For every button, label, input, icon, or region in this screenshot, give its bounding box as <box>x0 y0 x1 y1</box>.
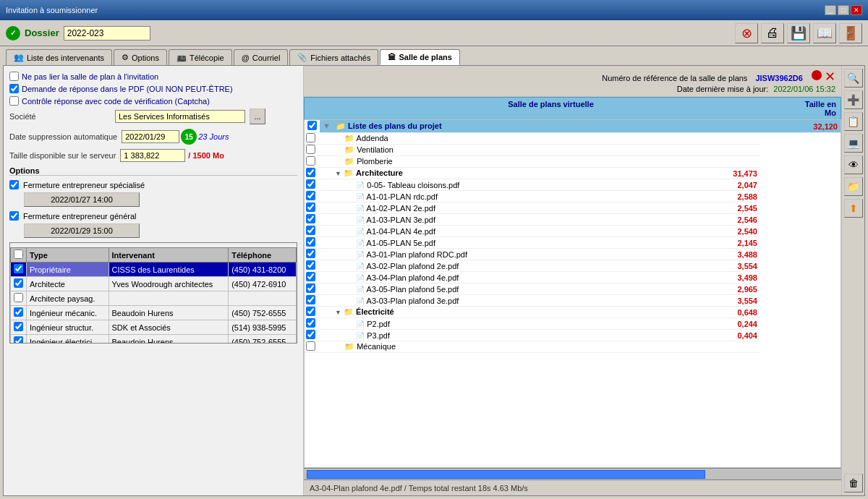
date-supp-input[interactable] <box>122 130 179 143</box>
close-red-icon[interactable]: ✕ <box>825 69 835 84</box>
société-input[interactable] <box>115 110 245 123</box>
fermeture-spec-check[interactable] <box>9 180 19 189</box>
row-check-0[interactable] <box>14 264 23 273</box>
check-all[interactable] <box>14 250 23 259</box>
plan-item-check-8[interactable] <box>306 214 315 223</box>
plan-item-check-14[interactable] <box>306 283 315 293</box>
upload-sidebar-btn[interactable]: ⬆ <box>844 199 863 218</box>
plan-list-item: 📁 Addenda <box>305 133 841 145</box>
taille-input[interactable] <box>120 149 185 162</box>
fermeture-spec-date-btn[interactable]: 2022/01/27 14:00 <box>24 192 140 207</box>
row-type-1: Architecte <box>27 277 109 291</box>
book-toolbar-btn[interactable]: 📖 <box>813 23 836 43</box>
plan-list-area: ▼ 📁 Liste des plans du projet 32,120 📁 A… <box>304 119 841 468</box>
plan-item-size-7: 2,545 <box>717 202 760 214</box>
dossier-input[interactable] <box>64 26 150 40</box>
table-row[interactable]: Architecte Yves Woodrough architectes (4… <box>11 277 297 291</box>
cancel-toolbar-btn[interactable]: ⊗ <box>735 23 758 43</box>
table-row[interactable]: Ingénieur électrici. Beaudoin Hurens (45… <box>11 335 297 344</box>
minimize-button[interactable]: _ <box>825 5 836 15</box>
tabs-bar: 👥 Liste des intervenants ⚙ Options 📠 Tél… <box>0 46 868 65</box>
plan-item-check-1[interactable] <box>306 133 315 142</box>
table-row[interactable]: Ingénieur mécanic. Beaudoin Hurens (450)… <box>11 306 297 320</box>
plan-size-title: Taille en Mo <box>793 100 836 117</box>
checkbox-captcha[interactable] <box>9 96 19 106</box>
tab-fichiers-label: Fichiers attachés <box>310 54 370 62</box>
add-sidebar-btn[interactable]: ➕ <box>844 90 863 109</box>
tab-telecopie[interactable]: 📠 Télécopie <box>169 49 232 65</box>
delete-sidebar-btn[interactable]: 🗑 <box>844 474 863 492</box>
copy-sidebar-btn[interactable]: 📋 <box>844 112 863 131</box>
exit-toolbar-btn[interactable]: 🚪 <box>839 23 862 43</box>
plan-list-item: 📄 P3.pdf 0,404 <box>305 330 841 341</box>
plan-item-check-17[interactable] <box>306 318 315 328</box>
plan-item-size-3 <box>717 156 760 168</box>
plan-item-check-9[interactable] <box>306 226 315 235</box>
plan-item-check-6[interactable] <box>306 191 315 200</box>
row-intervenant-4: SDK et Associés <box>109 320 229 335</box>
fermeture-gen-date-btn[interactable]: 2022/01/29 15:00 <box>24 223 140 238</box>
plan-item-size-18: 0,404 <box>717 330 760 341</box>
svg-point-0 <box>812 70 822 80</box>
save-toolbar-btn[interactable]: 💾 <box>787 23 810 43</box>
print-toolbar-btn[interactable]: 🖨 <box>761 23 784 43</box>
row-check-4[interactable] <box>14 322 23 331</box>
plan-item-check-3[interactable] <box>306 156 315 166</box>
plan-item-check-11[interactable] <box>306 249 315 258</box>
plan-item-name-5: 📄 0-05- Tableau cloisons.pdf <box>320 179 717 191</box>
close-button[interactable]: ✕ <box>851 5 862 15</box>
table-row[interactable]: Ingénieur structur. SDK et Associés (514… <box>11 320 297 335</box>
tab-telecopie-label: Télécopie <box>190 54 224 62</box>
plan-total-check[interactable] <box>307 121 317 130</box>
tab-salle[interactable]: 🏛 Salle de plans <box>380 49 459 65</box>
col-telephone: Téléphone <box>229 248 297 263</box>
taille-row: Taille disponible sur le serveur / 1500 … <box>9 149 297 162</box>
tab-courriel[interactable]: @ Courriel <box>234 49 289 65</box>
maximize-button[interactable]: □ <box>838 5 849 15</box>
computer-sidebar-btn[interactable]: 💻 <box>844 134 863 153</box>
view-sidebar-btn[interactable]: 👁 <box>844 155 863 174</box>
checkbox-no-link[interactable] <box>9 72 19 81</box>
plan-item-check-18[interactable] <box>306 330 315 339</box>
plan-item-size-13: 3,498 <box>717 272 760 283</box>
row-check-1[interactable] <box>14 278 23 288</box>
plan-item-check-5[interactable] <box>306 179 315 189</box>
row-check-5[interactable] <box>14 336 23 344</box>
table-row[interactable]: Propriétaire CISSS des Laurentides (450)… <box>11 263 297 277</box>
fermeture-gen-check[interactable] <box>9 211 19 221</box>
plan-item-check-16[interactable] <box>306 307 315 316</box>
plan-item-size-4: 31,473 <box>717 168 760 179</box>
row-check-3[interactable] <box>14 307 23 317</box>
checkbox-pdf-response[interactable] <box>9 84 19 93</box>
options-label: Options <box>9 166 40 175</box>
société-label: Société <box>9 112 111 121</box>
title-bar: Invitation à soumissionner _ □ ✕ <box>0 0 868 20</box>
plan-item-check-13[interactable] <box>306 272 315 281</box>
tab-intervenants[interactable]: 👥 Liste des intervenants <box>6 49 112 65</box>
plan-item-check-19[interactable] <box>306 341 315 351</box>
table-row[interactable]: Architecte paysag. <box>11 291 297 306</box>
plan-tree-table: ▼ 📁 Liste des plans du projet 32,120 📁 A… <box>305 120 841 353</box>
plan-item-check-15[interactable] <box>306 295 315 304</box>
row-telephone-5: (450) 752-6555 <box>229 335 297 344</box>
plan-list-item: 📄 A1-04-PLAN 4e.pdf 2,540 <box>305 226 841 237</box>
plan-item-name-18: 📄 P3.pdf <box>320 330 717 341</box>
taille-label: Taille disponible sur le serveur <box>9 151 116 160</box>
tab-options[interactable]: ⚙ Options <box>114 49 167 65</box>
plan-item-name-10: 📄 A1-05-PLAN 5e.pdf <box>320 237 717 249</box>
plan-item-check-12[interactable] <box>306 260 315 270</box>
row-check-2[interactable] <box>14 293 23 302</box>
search-sidebar-btn[interactable]: 🔍 <box>844 69 863 88</box>
folder-sidebar-btn[interactable]: 📁 <box>844 177 863 196</box>
row-telephone-1: (450) 472-6910 <box>229 277 297 291</box>
tab-fichiers[interactable]: 📎 Fichiers attachés <box>289 49 378 65</box>
expand-icon-4[interactable]: ▼ <box>335 170 341 177</box>
plan-item-check-4[interactable] <box>306 168 315 177</box>
plan-item-check-10[interactable] <box>306 237 315 247</box>
expand-icon-16[interactable]: ▼ <box>335 309 341 316</box>
société-browse-btn[interactable]: ... <box>250 108 265 124</box>
plan-item-check-2[interactable] <box>306 145 315 154</box>
options-section: Options Fermeture entrepreneur spécialis… <box>9 166 297 238</box>
taille-max: / 1500 Mo <box>188 151 224 160</box>
plan-item-check-7[interactable] <box>306 202 315 212</box>
